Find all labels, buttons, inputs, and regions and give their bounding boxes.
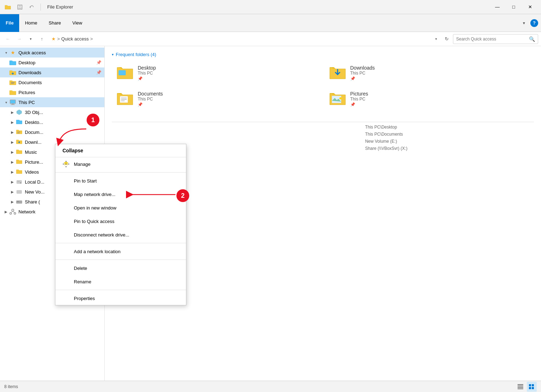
svg-rect-8 xyxy=(12,104,14,104)
search-box[interactable]: 🔍 xyxy=(453,34,538,44)
large-icons-view-button[interactable] xyxy=(527,382,537,392)
sidebar-item-this-pc[interactable]: ▾ This PC xyxy=(0,97,104,107)
tab-home[interactable]: Home xyxy=(19,14,43,32)
ctx-pin-to-start[interactable]: Pin to Start xyxy=(55,174,186,187)
ribbon-expand-btn[interactable]: ▾ xyxy=(519,18,529,28)
ctx-properties-icon xyxy=(62,295,70,302)
ctx-map-drive-label: Map network drive... xyxy=(74,192,115,197)
new-volume-icon xyxy=(16,188,23,195)
local-disk-icon xyxy=(16,178,23,185)
pictures-folder-icon xyxy=(9,89,16,96)
close-button[interactable]: ✕ xyxy=(522,0,538,14)
desktop-card-info: Desktop This PC 📌 xyxy=(138,65,156,81)
folder-card-downloads[interactable]: Downloads This PC 📌 xyxy=(324,61,534,85)
expand-videos-icon: ▶ xyxy=(9,169,16,175)
ctx-properties[interactable]: Properties xyxy=(55,292,186,305)
back-button[interactable]: ← xyxy=(3,34,13,44)
badge-1: 1 xyxy=(87,114,99,126)
expand-quick-access-icon: ▾ xyxy=(3,49,9,56)
recent-item-1[interactable]: This PC\Desktop xyxy=(112,124,534,131)
ctx-pin-to-start-icon xyxy=(62,177,70,184)
svg-point-13 xyxy=(20,183,21,184)
pictures-large-icon xyxy=(329,91,346,107)
pc-downloads-icon xyxy=(16,138,23,146)
ctx-pin-to-quick-access[interactable]: Pin to Quick access xyxy=(55,214,186,228)
sidebar-item-pc-documents[interactable]: ▶ Docum... xyxy=(0,127,104,137)
path-quick-access: Quick access xyxy=(61,36,89,42)
details-view-button[interactable] xyxy=(515,382,525,392)
documents-folder-icon xyxy=(9,79,16,86)
ctx-open-window-icon xyxy=(62,204,70,211)
up-button[interactable]: ↑ xyxy=(37,34,47,44)
svg-rect-35 xyxy=(529,384,531,386)
desktop-card-sub: This PC xyxy=(138,71,156,76)
save-icon[interactable] xyxy=(15,2,25,12)
desktop-card-name: Desktop xyxy=(138,65,156,71)
ctx-disconnect-network[interactable]: Disconnect network drive... xyxy=(55,228,186,241)
ctx-sep-2 xyxy=(55,243,186,243)
ctx-open-new-window[interactable]: Open in new window xyxy=(55,201,186,214)
maximize-button[interactable]: □ xyxy=(506,0,522,14)
folder-card-documents[interactable]: Documents This PC 📌 xyxy=(112,87,322,110)
pc-documents-label: Docum... xyxy=(25,130,102,135)
ctx-delete[interactable]: Delete xyxy=(55,261,186,275)
refresh-button[interactable]: ↻ xyxy=(442,34,452,44)
folder-icon[interactable] xyxy=(3,2,13,12)
expand-music-icon: ▶ xyxy=(9,149,16,155)
ctx-add-network-location[interactable]: Add a network location xyxy=(55,245,186,258)
expand-pc-pictures-icon: ▶ xyxy=(9,159,16,165)
recent-item-path-1: This PC\Desktop xyxy=(365,125,534,130)
address-path[interactable]: ★ > Quick access > xyxy=(48,34,430,44)
sidebar-item-downloads[interactable]: Downloads 📌 xyxy=(0,67,104,77)
ctx-delete-label: Delete xyxy=(74,266,87,271)
tab-share[interactable]: Share xyxy=(43,14,67,32)
share-drive-icon xyxy=(16,198,23,205)
sidebar-item-documents[interactable]: Documents xyxy=(0,77,104,87)
pc-documents-icon xyxy=(16,129,23,136)
tab-view[interactable]: View xyxy=(67,14,88,32)
ctx-properties-label: Properties xyxy=(74,296,95,301)
desktop-card-pin: 📌 xyxy=(138,76,156,81)
ctx-map-network-drive[interactable]: Map network drive... xyxy=(55,187,186,201)
frequent-folders-grid: Desktop This PC 📌 Downloads This PC xyxy=(112,61,534,110)
sidebar-item-quick-access[interactable]: ▾ ★ Quick access xyxy=(0,48,104,58)
ctx-rename[interactable]: Rename xyxy=(55,275,186,288)
forward-button[interactable]: → xyxy=(14,34,24,44)
item-count: 8 items xyxy=(4,384,18,389)
svg-rect-41 xyxy=(66,166,66,167)
folder-card-desktop[interactable]: Desktop This PC 📌 xyxy=(112,61,322,85)
sidebar-item-desktop[interactable]: Desktop 📌 xyxy=(0,58,104,67)
title-sep xyxy=(40,4,41,11)
expand-3d-icon: ▶ xyxy=(9,109,16,115)
tab-file[interactable]: File xyxy=(0,14,19,32)
search-input[interactable] xyxy=(456,37,529,42)
svg-rect-37 xyxy=(529,387,531,389)
svg-rect-33 xyxy=(518,387,523,388)
ctx-rename-icon xyxy=(62,278,70,285)
quick-access-icon: ★ xyxy=(9,49,16,56)
path-separator: > xyxy=(57,36,60,42)
sidebar-item-pictures[interactable]: Pictures xyxy=(0,87,104,97)
recent-locations-button[interactable]: ▾ xyxy=(26,34,35,44)
folder-card-pictures[interactable]: Pictures This PC 📌 xyxy=(324,87,534,110)
downloads-folder-icon xyxy=(9,69,16,76)
svg-rect-11 xyxy=(17,133,20,133)
pictures-card-info: Pictures This PC 📌 xyxy=(350,91,368,107)
frequent-folders-header[interactable]: ▾ Frequent folders (4) xyxy=(112,52,534,57)
downloads-card-pin: 📌 xyxy=(350,76,375,81)
ctx-disconnect-label: Disconnect network drive... xyxy=(74,232,129,238)
svg-rect-16 xyxy=(16,201,22,203)
recent-item-2[interactable]: This PC\Documents xyxy=(112,131,534,138)
expand-pc-desktop-icon: ▶ xyxy=(9,119,16,125)
svg-rect-24 xyxy=(119,71,125,75)
expand-network-icon: ▶ xyxy=(3,208,9,215)
svg-rect-38 xyxy=(532,387,534,389)
minimize-button[interactable]: — xyxy=(489,0,506,14)
help-button[interactable]: ? xyxy=(530,19,538,27)
ctx-manage[interactable]: Manage xyxy=(55,157,186,171)
expand-local-disk-icon: ▶ xyxy=(9,179,16,185)
ribbon: File Home Share View ▾ ? xyxy=(0,14,541,32)
address-dropdown-button[interactable]: ▾ xyxy=(432,34,440,44)
ctx-open-window-label: Open in new window xyxy=(74,205,116,211)
undo-icon[interactable] xyxy=(27,2,37,12)
